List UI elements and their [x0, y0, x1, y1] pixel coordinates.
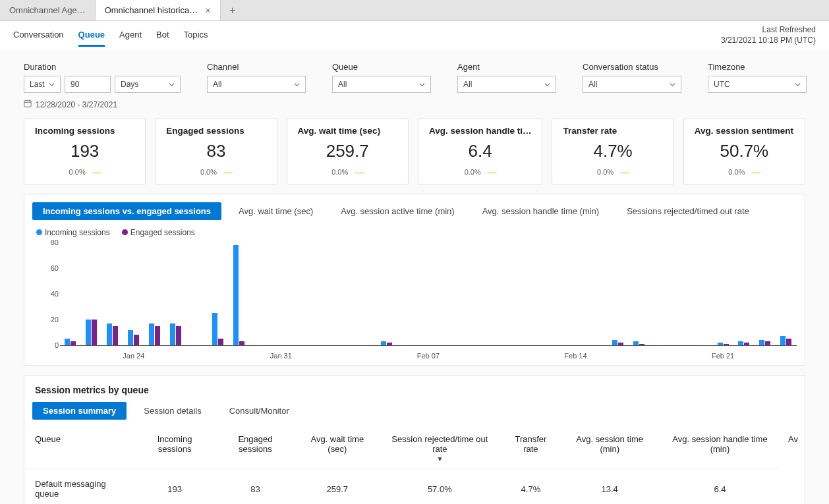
filter-label: Duration — [24, 62, 181, 72]
bar-slot — [165, 323, 186, 345]
bar-incoming — [170, 323, 175, 345]
trend-flat-icon: — — [92, 167, 101, 177]
kpi-card[interactable]: Avg. wait time (sec)259.70.0%— — [287, 119, 409, 184]
trend-flat-icon: — — [223, 167, 232, 177]
legend-swatch-icon — [36, 229, 42, 235]
chart-tab[interactable]: Incoming sessions vs. engaged sessions — [32, 202, 221, 220]
queue-select[interactable]: All — [332, 76, 431, 93]
filter-bar: Duration Last 90 Days Channel All — [0, 50, 829, 97]
table-column-header[interactable]: Avg. wait time (sec) — [295, 429, 379, 468]
app-tab-active[interactable]: Omnichannel historical an… × — [96, 0, 221, 20]
close-icon[interactable]: × — [205, 5, 210, 16]
select-value: Last — [30, 80, 45, 89]
chart-area: 020406080Jan 24Jan 31Feb 07Feb 14Feb 21 — [24, 240, 805, 365]
select-value: 90 — [71, 80, 79, 89]
kpi-card[interactable]: Incoming sessions1930.0%— — [24, 119, 146, 184]
select-value: All — [588, 80, 597, 89]
kpi-card[interactable]: Avg. session sentiment50.7%0.0%— — [683, 119, 805, 184]
calendar-icon — [24, 99, 32, 109]
bar-slot — [776, 336, 797, 345]
x-axis-tick: Feb 07 — [417, 352, 440, 360]
table-cell: Default messaging queue — [24, 468, 134, 505]
chart-tab[interactable]: Sessions rejected/timed out rate — [616, 202, 760, 220]
add-tab-button[interactable]: + — [221, 0, 244, 20]
kpi-card[interactable]: Engaged sessions830.0%— — [155, 119, 277, 184]
channel-select[interactable]: All — [207, 76, 306, 93]
filter-queue: Queue All — [332, 62, 431, 93]
app-tab-label: Omnichannel historical an… — [105, 5, 199, 15]
bar-engaged — [639, 344, 644, 345]
y-axis-tick: 20 — [36, 316, 59, 323]
bar-engaged — [239, 341, 244, 345]
chevron-down-icon — [794, 81, 801, 88]
x-axis-tick: Jan 24 — [123, 352, 144, 360]
bar-slot: Feb 21 — [712, 343, 733, 345]
bar-engaged — [134, 335, 139, 345]
table-tab[interactable]: Session summary — [32, 402, 127, 420]
kpi-delta: 0.0%— — [298, 167, 397, 177]
kpi-value: 259.7 — [298, 141, 397, 161]
chart-tab[interactable]: Avg. session handle time (min) — [472, 202, 610, 220]
chevron-down-icon — [544, 81, 550, 88]
bar-slot — [628, 341, 649, 345]
bar-incoming — [381, 341, 386, 345]
last-refreshed-label: Last Refreshed — [721, 25, 816, 36]
filter-agent: Agent All — [457, 62, 556, 93]
trend-flat-icon: — — [355, 167, 363, 177]
bar-slot — [144, 323, 165, 345]
table-column-header[interactable]: Queue — [24, 429, 134, 468]
last-refreshed-value: 3/21/2021 10:18 PM (UTC) — [721, 36, 816, 46]
tab-queue[interactable]: Queue — [78, 24, 105, 47]
app-tab-bar: Omnichannel Age… Omnichannel historical … — [0, 0, 829, 21]
duration-unit-select[interactable]: Days — [115, 76, 181, 93]
kpi-delta: 0.0%— — [35, 167, 134, 177]
select-value: All — [463, 80, 472, 89]
bar-engaged — [155, 326, 160, 345]
trend-flat-icon: — — [751, 167, 760, 177]
kpi-value: 4.7% — [563, 141, 662, 161]
table-cell: 6.4 — [658, 468, 782, 505]
table-cell: 4.7% — [500, 468, 561, 505]
tab-agent[interactable]: Agent — [119, 24, 142, 47]
bar-incoming — [65, 339, 70, 345]
kpi-card[interactable]: Transfer rate4.7%0.0%— — [552, 119, 673, 184]
table-column-header[interactable]: Engaged sessions — [215, 429, 295, 468]
table-column-header[interactable]: Av — [782, 429, 805, 468]
table-tab[interactable]: Session details — [133, 402, 212, 420]
chart-tab[interactable]: Avg. session active time (min) — [330, 202, 465, 220]
table-column-header[interactable]: Incoming sessions — [134, 429, 215, 468]
app-tab[interactable]: Omnichannel Age… — [0, 0, 96, 20]
tab-bot[interactable]: Bot — [156, 24, 169, 47]
table-row[interactable]: Default messaging queue19383259.757.0%4.… — [24, 468, 805, 505]
duration-period-select[interactable]: Last — [24, 76, 61, 93]
table-column-header[interactable]: Avg. session handle time (min) — [658, 429, 782, 468]
legend-swatch-icon — [122, 229, 128, 235]
table-cell: 83 — [215, 468, 295, 505]
chart-tab[interactable]: Avg. wait time (sec) — [228, 202, 324, 220]
bar-engaged — [176, 326, 181, 345]
bar-incoming — [780, 336, 786, 345]
tab-conversation[interactable]: Conversation — [13, 24, 64, 47]
trend-flat-icon: — — [620, 167, 629, 177]
table-column-header[interactable]: Session rejected/time out rate▼ — [379, 429, 500, 468]
table-column-header[interactable]: Avg. session time (min) — [561, 429, 658, 468]
chevron-down-icon — [168, 81, 175, 88]
tab-topics[interactable]: Topics — [184, 24, 208, 47]
bar-engaged — [724, 344, 729, 345]
date-range-text: 12/28/2020 - 3/27/2021 — [36, 100, 117, 109]
table-title: Session metrics by queue — [24, 385, 805, 402]
bar-slot — [81, 320, 102, 345]
bar-incoming — [718, 343, 723, 345]
legend-item: Incoming sessions — [36, 228, 110, 237]
timezone-select[interactable]: UTC — [708, 76, 807, 93]
table-column-header[interactable]: Transfer rate — [500, 429, 561, 468]
table-tab[interactable]: Consult/Monitor — [219, 402, 300, 420]
filter-channel: Channel All — [207, 62, 306, 93]
duration-value-select[interactable]: 90 — [65, 76, 111, 93]
agent-select[interactable]: All — [457, 76, 556, 93]
bar-engaged — [71, 341, 76, 345]
report-scroll-area[interactable]: Duration Last 90 Days Channel All — [0, 50, 829, 504]
status-select[interactable]: All — [583, 76, 681, 93]
y-axis-tick: 0 — [36, 341, 59, 349]
kpi-card[interactable]: Avg. session handle ti…6.40.0%— — [418, 119, 543, 184]
